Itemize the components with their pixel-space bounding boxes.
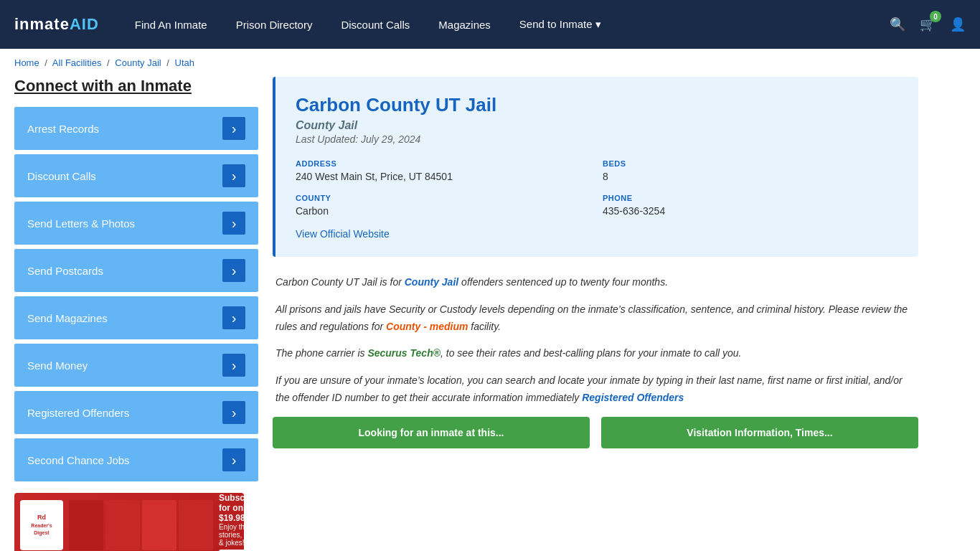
sidebar-item-send-letters[interactable]: Send Letters & Photos › — [14, 202, 258, 245]
chevron-down-icon: ▾ — [595, 18, 601, 30]
ad-text: 1 Year Subscription for only $19.98 Enjo… — [219, 493, 244, 551]
search-icon[interactable]: 🔍 — [890, 17, 905, 32]
nav-find-inmate[interactable]: Find An Inmate — [135, 19, 207, 31]
breadcrumb: Home / All Facilities / County Jail / Ut… — [0, 49, 980, 77]
sidebar-item-send-money[interactable]: Send Money › — [14, 344, 258, 387]
phone-value: 435-636-3254 — [603, 205, 898, 217]
facility-last-updated: Last Updated: July 29, 2024 — [296, 133, 898, 145]
desc-paragraph-4: If you are unsure of your inmate’s locat… — [275, 372, 915, 407]
facility-description: Carbon County UT Jail is for County Jail… — [273, 274, 918, 407]
beds-section: BEDS 8 — [603, 159, 898, 182]
official-website-link[interactable]: View Official Website — [296, 228, 390, 240]
sidebar-item-discount-calls[interactable]: Discount Calls › — [14, 154, 258, 197]
cart-badge: 0 — [930, 11, 941, 22]
arrow-icon: › — [222, 306, 245, 329]
visitation-info-button[interactable]: Visitation Information, Times... — [601, 417, 918, 448]
breadcrumb-all-facilities[interactable]: All Facilities — [52, 57, 102, 68]
breadcrumb-county-jail[interactable]: County Jail — [115, 57, 161, 68]
desc-paragraph-3: The phone carrier is Securus Tech®, to s… — [275, 345, 915, 362]
sidebar-item-second-chance-jobs[interactable]: Second Chance Jobs › — [14, 438, 258, 481]
user-icon[interactable]: 👤 — [950, 17, 966, 32]
address-value: 240 West Main St, Price, UT 84501 — [296, 171, 591, 182]
sidebar-item-send-magazines[interactable]: Send Magazines › — [14, 296, 258, 339]
arrow-icon: › — [222, 401, 245, 424]
arrow-icon: › — [222, 354, 245, 377]
sidebar-advertisement[interactable]: RdReader'sDigest 1 Year Subscription for… — [14, 493, 244, 551]
main-content: Carbon County UT Jail County Jail Last U… — [273, 77, 918, 551]
facility-type: County Jail — [296, 119, 898, 132]
arrow-icon: › — [222, 259, 245, 282]
action-buttons: Looking for an inmate at this... Visitat… — [273, 417, 918, 448]
ad-covers — [69, 500, 213, 550]
sidebar: Connect with an Inmate Arrest Records › … — [14, 77, 258, 551]
nav-send-to-inmate[interactable]: Send to Inmate ▾ — [519, 18, 601, 31]
looking-for-inmate-button[interactable]: Looking for an inmate at this... — [273, 417, 590, 448]
county-value: Carbon — [296, 205, 591, 217]
logo[interactable]: inmateAID — [14, 15, 99, 34]
registered-offenders-link[interactable]: Registered Offenders — [582, 392, 684, 403]
nav-magazines[interactable]: Magazines — [438, 19, 491, 31]
phone-section: PHONE 435-636-3254 — [603, 194, 898, 217]
facility-details-grid: ADDRESS 240 West Main St, Price, UT 8450… — [296, 159, 898, 217]
sidebar-item-registered-offenders[interactable]: Registered Offenders › — [14, 391, 258, 434]
breadcrumb-home[interactable]: Home — [14, 57, 39, 68]
county-section: COUNTY Carbon — [296, 194, 591, 217]
ad-logo: RdReader'sDigest — [20, 500, 63, 550]
securus-link[interactable]: Securus Tech® — [367, 347, 440, 359]
sidebar-item-arrest-records[interactable]: Arrest Records › — [14, 107, 258, 150]
desc-paragraph-2: All prisons and jails have Security or C… — [275, 301, 915, 336]
main-nav: Find An Inmate Prison Directory Discount… — [135, 18, 868, 31]
county-jail-link[interactable]: County Jail — [405, 276, 458, 288]
arrow-icon: › — [222, 212, 245, 235]
desc-paragraph-1: Carbon County UT Jail is for County Jail… — [275, 274, 915, 291]
arrow-icon: › — [222, 117, 245, 140]
facility-info-card: Carbon County UT Jail County Jail Last U… — [273, 77, 918, 257]
nav-discount-calls[interactable]: Discount Calls — [341, 19, 410, 31]
sidebar-title: Connect with an Inmate — [14, 77, 258, 95]
cart-icon[interactable]: 🛒 0 — [920, 17, 936, 32]
nav-prison-directory[interactable]: Prison Directory — [236, 19, 313, 31]
facility-title: Carbon County UT Jail — [296, 94, 898, 116]
beds-value: 8 — [603, 171, 898, 182]
county-medium-link[interactable]: County - medium — [386, 321, 468, 332]
address-section: ADDRESS 240 West Main St, Price, UT 8450… — [296, 159, 591, 182]
sidebar-item-send-postcards[interactable]: Send Postcards › — [14, 249, 258, 292]
arrow-icon: › — [222, 448, 245, 471]
arrow-icon: › — [222, 164, 245, 187]
header-icons: 🔍 🛒 0 👤 — [890, 17, 966, 32]
breadcrumb-utah[interactable]: Utah — [175, 57, 194, 68]
